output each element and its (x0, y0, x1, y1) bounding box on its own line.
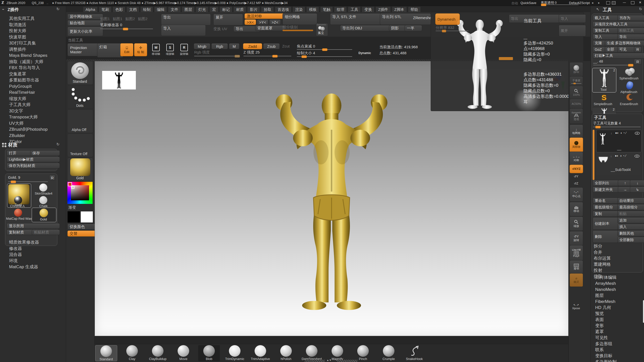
material-open-button[interactable]: 打开 (7, 150, 33, 156)
split-button[interactable]: 拆分 (594, 243, 641, 249)
section-layers[interactable]: 图层 (595, 293, 643, 299)
rotate-view-button[interactable]: ↺Y 旋转 (570, 231, 583, 246)
tool-panel-scrollbar[interactable] (643, 300, 644, 323)
current-tool-thumb[interactable]: 2 Tool (592, 68, 616, 93)
stroke-preview[interactable]: Dots (67, 85, 93, 109)
eye-icon[interactable] (634, 155, 639, 158)
zplugin-refresh-icon[interactable]: ↻ (56, 7, 60, 11)
zplugin-item[interactable]: 3D文字 (9, 108, 48, 114)
spherebrush-thumb[interactable]: SphereBrush (618, 68, 641, 80)
ui-size-left-icon[interactable]: ◂ (592, 1, 593, 5)
lightbox-tool-button[interactable]: 灯箱▶工具 (593, 53, 644, 59)
zscript-label[interactable]: DefaultZScript (569, 1, 590, 5)
lightbox-button[interactable]: 灯箱 (97, 43, 123, 58)
symmetry-x-button[interactable]: >X< (245, 19, 256, 25)
snap-ground-button[interactable]: 贴合地面 (67, 20, 103, 26)
material-section[interactable]: 蜡质效果修改器 (9, 239, 39, 246)
merge-button[interactable]: 合并 (594, 249, 641, 255)
material-copy-button[interactable]: 复制材质 (7, 230, 35, 235)
rename-button[interactable]: 重命名 (593, 198, 620, 204)
subtool-count-slider[interactable] (593, 127, 640, 127)
activate-symmetry-button[interactable]: 激活对称 (245, 13, 285, 19)
transparent-button[interactable]: 透明 (570, 260, 583, 274)
zadd-button[interactable]: Zadd (243, 43, 262, 49)
symmetry-button[interactable]: ←↓→ 对称 (570, 152, 583, 165)
layout-prev-icon[interactable] (606, 1, 610, 5)
minimize-button[interactable]: — (623, 1, 626, 4)
color-picker[interactable] (67, 182, 93, 204)
zplugin-item[interactable]: 调整插件 (9, 47, 48, 53)
popup-import-button[interactable]: 导入 (559, 14, 586, 23)
goz-r-button[interactable]: R (634, 47, 641, 52)
export-tool-button[interactable]: 导出 (617, 34, 644, 40)
z-intensity-label[interactable]: Z 强度 25 (244, 50, 260, 55)
symmetry-z-button[interactable]: >Z< (269, 19, 281, 25)
scale-axis-button[interactable]: S 缩放轴 (164, 44, 176, 56)
delete-other-button[interactable]: 删除其他 (617, 230, 644, 236)
divide-button[interactable]: 细分网格 (283, 13, 317, 25)
tool-slider-label[interactable]: __. 48 (593, 59, 603, 63)
resolution-slider[interactable] (436, 31, 468, 31)
save-as-button[interactable]: 另存为 (617, 15, 644, 21)
switch-colors-button[interactable]: 切换颜色 (67, 224, 97, 230)
material-thumb-chrome-a[interactable]: Chrome A (7, 196, 30, 208)
rotate-axis-button[interactable]: R 旋转轴 (178, 44, 190, 56)
section-contact[interactable]: 联系 (595, 347, 643, 353)
mrgb-button[interactable]: Mrgb (194, 43, 210, 49)
symmetry-y-button[interactable]: >Y< (257, 19, 268, 25)
tray-brush-snakehook[interactable]: SnakeHook (404, 345, 425, 361)
alpha-preview[interactable]: Alpha Off (67, 109, 93, 133)
map2-button[interactable]: 贴图2 (125, 17, 135, 21)
tool-refresh-icon[interactable]: ↻ (639, 7, 642, 11)
map1b-button[interactable]: 贴图1 (113, 17, 122, 21)
polyframe-button[interactable]: Line Fill PolyF (570, 245, 583, 261)
simplebrush-thumb[interactable]: S SimpleBrush (592, 94, 616, 106)
material-lightbox-button[interactable]: Lightbox▶材质 (7, 157, 60, 162)
zplugin-item[interactable]: ZBrush到Photoshop (9, 126, 48, 133)
zremesher-button[interactable]: ZRemesher (413, 16, 433, 20)
subtool-item-selected[interactable]: ↓ ●◐ ◑ ◔ ⁄ __ (596, 130, 641, 152)
zplugin-item[interactable]: PolyGroupIt (9, 83, 48, 90)
map1-button[interactable]: 贴图1 (100, 17, 110, 21)
tray-brush-pinch[interactable]: Pinch (352, 345, 374, 361)
material-refresh-icon[interactable]: ↻ (56, 142, 60, 147)
material-section[interactable]: MatCap 生成器 (9, 264, 39, 270)
tray-brush-blob[interactable]: Blob (198, 345, 220, 361)
rgb-intensity-slider[interactable] (194, 56, 239, 56)
m-button[interactable]: M (229, 43, 239, 49)
alternate-button[interactable]: 交替 (67, 231, 97, 237)
subtool-count-slider-label[interactable]: 子工具可见数量 4 (593, 121, 621, 126)
actual-size-button[interactable]: 100% (570, 86, 583, 99)
paste-tool-button[interactable]: 粘贴工具 (617, 28, 644, 33)
gyro-y-button[interactable]: ↺Y (570, 173, 583, 180)
material-show-used-button[interactable]: 显示所用 (7, 223, 60, 229)
dynamic-label[interactable]: Dynamic (358, 51, 371, 55)
layout-next-icon[interactable] (612, 1, 616, 5)
subtool-arrow-icon[interactable]: ↓ (610, 154, 612, 158)
material-section[interactable]: 修改器 (9, 246, 39, 252)
copy-tool-button[interactable]: 复制工具 (593, 28, 620, 33)
z-intensity-slider[interactable] (244, 56, 291, 56)
duplicate-button[interactable]: 创建副本 (593, 217, 620, 230)
zplugin-item[interactable]: ZBuilder (9, 133, 48, 139)
tray-brush-claybuildup[interactable]: ClayBuildup (147, 345, 169, 361)
tool-back-icon[interactable]: ↖ (596, 7, 599, 12)
zplugin-item[interactable]: Maya Blend Shapes (9, 53, 48, 59)
zplugin-item[interactable]: Transpose大师 (9, 114, 48, 120)
zplugin-item[interactable]: 抽取（减面）大师 (9, 59, 48, 65)
material-thumb-matcap-red-wax[interactable]: MatCap Red Wax (7, 209, 30, 221)
move-axis-button[interactable]: M 移动轴 (150, 44, 162, 56)
brush-modifier-slider[interactable] (100, 29, 153, 29)
map2b-button[interactable]: 贴图2 (138, 17, 147, 21)
tray-brush-crumple[interactable]: Crumple (378, 345, 399, 361)
zplugin-item[interactable]: UV大师 (9, 120, 48, 127)
tray-brush-trimadaptive[interactable]: TrimAdaptive (250, 345, 271, 361)
tray-handle-icon[interactable]: ▲▼ (327, 359, 332, 361)
shadow-button[interactable]: 阴影 (389, 25, 407, 31)
brush-modifier-label[interactable]: 笔刷修改器 0 (100, 23, 122, 27)
floor-grid-button[interactable]: ↓ 地网格 (570, 124, 583, 138)
section-morph-target[interactable]: 变换目标 (595, 353, 643, 359)
section-nanomesh[interactable]: NanoMesh (595, 287, 643, 293)
material-section[interactable]: 混合器 (9, 252, 39, 258)
zplugin-item[interactable]: 3D打印工具集 (9, 40, 48, 47)
